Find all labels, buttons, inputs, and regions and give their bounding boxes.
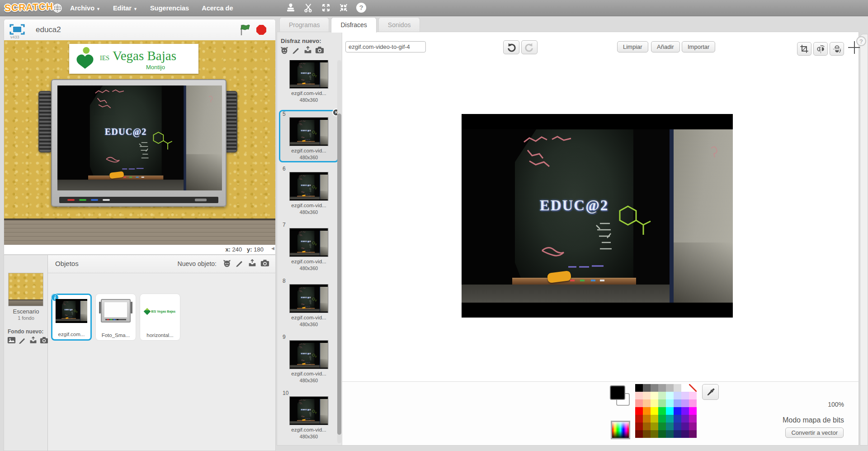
sprite-library-icon[interactable] bbox=[222, 259, 231, 267]
backdrop-library-icon[interactable] bbox=[7, 337, 16, 345]
help-panel-strip[interactable] bbox=[860, 34, 868, 446]
undo-button[interactable] bbox=[503, 40, 519, 54]
palette-swatch[interactable] bbox=[651, 430, 658, 438]
palette-swatch[interactable] bbox=[666, 423, 674, 430]
palette-swatch[interactable] bbox=[674, 423, 681, 430]
costume-library-icon[interactable] bbox=[280, 46, 288, 54]
paint-backdrop-icon[interactable] bbox=[18, 337, 27, 345]
duplicate-stamp-icon[interactable] bbox=[286, 3, 296, 13]
palette-swatch[interactable] bbox=[635, 392, 643, 399]
help-panel-icon[interactable]: ? bbox=[856, 36, 866, 46]
palette-swatch[interactable] bbox=[674, 407, 681, 415]
palette-swatch[interactable] bbox=[651, 423, 658, 430]
palette-swatch[interactable] bbox=[635, 384, 643, 392]
palette-swatch[interactable] bbox=[681, 407, 689, 415]
palette-swatch[interactable] bbox=[681, 399, 689, 407]
palette-swatch[interactable] bbox=[643, 423, 651, 430]
camera-backdrop-icon[interactable] bbox=[40, 337, 48, 345]
palette-swatch[interactable] bbox=[643, 392, 651, 399]
menu-acerca-de[interactable]: Acerca de bbox=[202, 5, 233, 12]
palette-swatch[interactable] bbox=[658, 430, 666, 438]
palette-swatch[interactable] bbox=[681, 430, 689, 438]
delete-scissors-icon[interactable] bbox=[303, 3, 313, 13]
camera-costume-icon[interactable] bbox=[315, 46, 324, 54]
tab-programas[interactable]: Programas bbox=[279, 17, 329, 32]
palette-swatch[interactable] bbox=[674, 392, 681, 399]
palette-swatch[interactable] bbox=[689, 430, 697, 438]
palette-swatch[interactable] bbox=[635, 407, 643, 415]
palette-swatch[interactable] bbox=[689, 384, 697, 392]
costume-item[interactable]: 6 EDUC@2 bbox=[280, 166, 337, 218]
upload-backdrop-icon[interactable] bbox=[29, 337, 38, 345]
foreground-color-swatch[interactable] bbox=[610, 385, 625, 400]
palette-swatch[interactable] bbox=[635, 399, 643, 407]
tab-disfraces[interactable]: Disfraces bbox=[331, 17, 376, 33]
palette-swatch[interactable] bbox=[689, 423, 697, 430]
costume-item[interactable]: 7 EDUC@2 bbox=[280, 222, 337, 275]
palette-swatch[interactable] bbox=[658, 415, 666, 423]
palette-swatch[interactable] bbox=[643, 384, 651, 392]
palette-swatch[interactable] bbox=[643, 415, 651, 423]
sprite-card-horizontal[interactable]: IES Vegas Bajas horizontal... bbox=[140, 294, 180, 341]
palette-swatch[interactable] bbox=[658, 407, 666, 415]
scratch-logo[interactable]: SCRATCH bbox=[5, 1, 54, 14]
paint-sprite-icon[interactable] bbox=[235, 259, 244, 267]
palette-swatch[interactable] bbox=[674, 415, 681, 423]
paint-costume-icon[interactable] bbox=[292, 46, 300, 54]
menu-archivo[interactable]: Archivo▼ bbox=[70, 5, 100, 12]
palette-swatch[interactable] bbox=[666, 415, 674, 423]
palette-swatch[interactable] bbox=[643, 407, 651, 415]
palette-swatch[interactable] bbox=[681, 423, 689, 430]
upload-sprite-icon[interactable] bbox=[248, 259, 256, 267]
sprite-card-foto[interactable]: Foto_Sma... bbox=[95, 294, 136, 341]
stage-backdrop-thumb[interactable] bbox=[8, 273, 43, 306]
sprite-card-ezgif[interactable]: i EDUC@2 bbox=[51, 294, 92, 341]
costume-name-input[interactable] bbox=[345, 41, 426, 52]
palette-swatch[interactable] bbox=[651, 392, 658, 399]
menu-sugerencias[interactable]: Sugerencias bbox=[150, 5, 189, 12]
tab-sonidos[interactable]: Sonidos bbox=[378, 17, 420, 32]
import-button[interactable]: Importar bbox=[682, 41, 715, 52]
camera-sprite-icon[interactable] bbox=[260, 259, 269, 267]
clear-button[interactable]: Limpiar bbox=[617, 41, 648, 52]
palette-swatch[interactable] bbox=[689, 392, 697, 399]
palette-swatch[interactable] bbox=[635, 423, 643, 430]
palette-swatch[interactable] bbox=[681, 384, 689, 392]
eyedropper-icon[interactable] bbox=[702, 384, 719, 400]
palette-swatch[interactable] bbox=[689, 399, 697, 407]
palette-swatch[interactable] bbox=[689, 415, 697, 423]
stage-view[interactable]: IES Vegas Bajas Montijo EDUC@2 bbox=[4, 40, 275, 245]
palette-swatch[interactable] bbox=[658, 384, 666, 392]
help-icon[interactable]: ? bbox=[356, 3, 366, 13]
grow-sprite-icon[interactable] bbox=[321, 3, 331, 13]
green-flag-icon[interactable] bbox=[239, 24, 252, 36]
add-button[interactable]: Añadir bbox=[651, 41, 680, 52]
palette-swatch[interactable] bbox=[651, 399, 658, 407]
palette-swatch[interactable] bbox=[674, 399, 681, 407]
convert-to-vector-button[interactable]: Convertir a vector bbox=[785, 427, 844, 438]
costume-item[interactable]: 9 EDUC@2 bbox=[280, 334, 337, 387]
shrink-sprite-icon[interactable] bbox=[339, 3, 349, 13]
palette-swatch[interactable] bbox=[689, 407, 697, 415]
smartboard-sprite[interactable]: EDUC@2 bbox=[51, 79, 226, 207]
palette-swatch[interactable] bbox=[643, 399, 651, 407]
paint-canvas[interactable]: EDUC@2 bbox=[343, 56, 859, 381]
palette-swatch[interactable] bbox=[666, 384, 674, 392]
crop-icon[interactable] bbox=[797, 42, 811, 56]
palette-swatch[interactable] bbox=[674, 430, 681, 438]
palette-swatch[interactable] bbox=[651, 384, 658, 392]
palette-swatch[interactable] bbox=[658, 392, 666, 399]
palette-swatch[interactable] bbox=[643, 430, 651, 438]
language-globe-icon[interactable] bbox=[52, 3, 62, 13]
rainbow-color-picker[interactable] bbox=[611, 421, 630, 439]
palette-swatch[interactable] bbox=[651, 415, 658, 423]
costume-scrollbar-thumb[interactable] bbox=[337, 114, 341, 435]
costume-item[interactable]: 8 EDUC@2 bbox=[280, 278, 337, 331]
costume-item[interactable]: 4 EDUC@2 bbox=[280, 60, 337, 106]
palette-swatch[interactable] bbox=[666, 399, 674, 407]
upload-costume-icon[interactable] bbox=[303, 46, 312, 54]
palette-swatch[interactable] bbox=[658, 399, 666, 407]
flip-horizontal-icon[interactable] bbox=[813, 42, 828, 56]
flip-vertical-icon[interactable] bbox=[830, 42, 844, 56]
stop-sign-icon[interactable] bbox=[256, 25, 266, 35]
